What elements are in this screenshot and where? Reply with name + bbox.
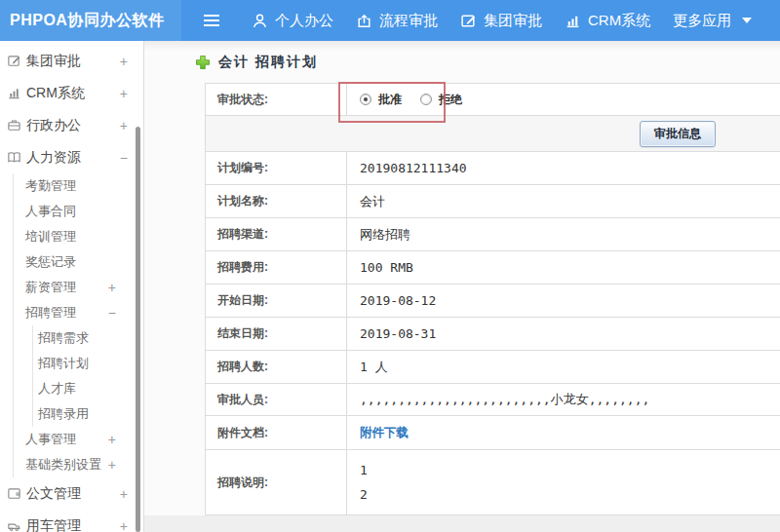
attachment-download-link[interactable]: 附件下载 (360, 425, 409, 441)
briefcase-icon (7, 118, 21, 133)
approval-info-button[interactable]: 审批信息 (640, 121, 716, 147)
expand-plus-icon[interactable]: + (120, 86, 128, 101)
nav-personal-office[interactable]: 个人办公 (252, 12, 333, 30)
field-label: 招聘费用: (206, 251, 347, 284)
recruit-submenu: 招聘需求 招聘计划 人才库 招聘录用 (32, 325, 143, 427)
sidebar-menu: 集团审批 + CRM系统 + 行政办公 + 人力资源 − 考 (0, 41, 144, 532)
sidebar-item-salary[interactable]: 薪资管理 + (14, 275, 143, 300)
approval-form-table: 审批状态: 批准 拒绝 审批信息 计划编号: 20190812111340 计划… (205, 83, 780, 515)
top-navigation-bar: PHPOA协同办公软件 个人办公 流程审批 集团审批 (0, 0, 780, 41)
radio-approve-label: 批准 (378, 92, 402, 108)
nav-crm-system[interactable]: CRM系统 (565, 12, 650, 30)
nav-process-approval[interactable]: 流程审批 (356, 12, 438, 30)
field-value: ,,,,,,,,,,,,,,,,,,,,,,,,,小龙女,,,,,,,, (347, 384, 780, 415)
person-icon (252, 13, 268, 29)
sidebar-item-personnel-mgmt[interactable]: 人事管理 + (14, 427, 143, 452)
sidebar-item-admin-office[interactable]: 行政办公 + (0, 109, 143, 141)
nav-more-apps[interactable]: 更多应用 (673, 12, 752, 30)
form-row-start-date: 开始日期: 2019-08-12 (206, 285, 780, 318)
add-plus-icon[interactable] (195, 55, 211, 70)
expand-plus-icon[interactable]: + (120, 118, 128, 133)
edit-icon (460, 13, 477, 29)
radio-reject[interactable] (420, 94, 432, 105)
field-label: 招聘渠道: (206, 218, 347, 250)
hr-submenu: 考勤管理 人事合同 培训管理 奖惩记录 薪资管理 + 招聘管理 − (13, 173, 143, 477)
nav-label: 更多应用 (673, 12, 731, 30)
nav-label: 流程审批 (379, 12, 438, 30)
field-value: 20190812111340 (347, 152, 780, 184)
content-footer-area (144, 515, 780, 532)
collapse-minus-icon[interactable]: − (120, 150, 128, 166)
menu-toggle-button[interactable] (195, 8, 228, 33)
form-row-plan-name: 计划名称: 会计 (206, 185, 780, 218)
field-value: 2019-08-31 (347, 318, 780, 350)
sidebar-item-label: 用车管理 (26, 517, 81, 532)
radio-approve[interactable] (360, 94, 371, 105)
field-label: 计划名称: (206, 185, 347, 217)
sidebar-item-recruit-demand[interactable]: 招聘需求 (33, 325, 143, 351)
main-content: 会计 招聘计划 审批状态: 批准 拒绝 审批信息 计划编号: 201908121… (144, 41, 780, 532)
sidebar-item-label: 招聘计划 (38, 355, 89, 372)
expand-plus-icon[interactable]: + (120, 486, 128, 502)
top-nav-menu: 个人办公 流程审批 集团审批 CRM系统 更 (252, 12, 774, 30)
bar-chart-icon (7, 86, 21, 100)
field-label: 审批人员: (206, 384, 347, 415)
sidebar-item-label: 行政办公 (26, 117, 81, 134)
sidebar-item-label: 招聘管理 (25, 304, 76, 322)
sidebar-item-label: 人事合同 (25, 203, 76, 220)
car-icon (7, 518, 21, 532)
sidebar-item-group-approval[interactable]: 集团审批 + (0, 45, 143, 77)
sidebar-item-hr-contract[interactable]: 人事合同 (14, 199, 143, 224)
nav-label: 集团审批 (484, 12, 542, 30)
field-label: 招聘人数: (206, 351, 347, 383)
form-row-end-date: 结束日期: 2019-08-31 (206, 318, 780, 351)
sidebar-item-rewards[interactable]: 奖惩记录 (14, 249, 143, 275)
sidebar-item-label: 薪资管理 (25, 279, 76, 296)
sidebar-scrollbar[interactable] (136, 127, 140, 532)
app-logo: PHPOA协同办公软件 (0, 11, 181, 31)
sidebar-item-documents[interactable]: 公文管理 + (0, 477, 143, 510)
sidebar-item-attendance[interactable]: 考勤管理 (14, 173, 143, 199)
sidebar-item-label: 招聘需求 (38, 329, 89, 347)
field-value: 附件下载 (347, 416, 780, 449)
field-value: 1 人 (347, 351, 780, 383)
form-row-status: 审批状态: 批准 拒绝 (206, 84, 780, 116)
document-icon (7, 486, 21, 501)
sidebar-item-label: 人事管理 (25, 431, 76, 448)
form-row-approvers: 审批人员: ,,,,,,,,,,,,,,,,,,,,,,,,,小龙女,,,,,,… (206, 384, 780, 416)
field-label: 附件文档: (206, 416, 347, 449)
sidebar-item-label: 人力资源 (26, 149, 81, 167)
expand-plus-icon[interactable]: + (108, 432, 116, 447)
sidebar-item-hr[interactable]: 人力资源 − (0, 141, 143, 173)
nav-label: CRM系统 (588, 12, 650, 30)
expand-plus-icon[interactable]: + (120, 54, 128, 69)
field-value: 1 2 (347, 450, 780, 514)
field-label: 审批状态: (206, 84, 347, 115)
nav-group-approval[interactable]: 集团审批 (460, 12, 542, 30)
radio-reject-label: 拒绝 (439, 92, 462, 108)
sidebar-item-talent-pool[interactable]: 人才库 (33, 376, 143, 401)
field-value: 100 RMB (347, 251, 780, 284)
sidebar-item-label: 奖惩记录 (25, 253, 76, 271)
collapse-minus-icon[interactable]: − (108, 305, 116, 321)
sidebar-item-recruit-hire[interactable]: 招聘录用 (33, 401, 143, 427)
sidebar-item-recruit-plan[interactable]: 招聘计划 (33, 351, 143, 376)
form-row-channel: 招聘渠道: 网络招聘 (206, 218, 780, 251)
sidebar-item-crm[interactable]: CRM系统 + (0, 77, 143, 109)
sidebar-item-base-category[interactable]: 基础类别设置 + (14, 452, 143, 477)
sidebar-item-training[interactable]: 培训管理 (14, 224, 143, 249)
expand-plus-icon[interactable]: + (108, 280, 116, 295)
field-value: 会计 (347, 185, 780, 217)
expand-plus-icon[interactable]: + (108, 457, 116, 473)
edit-icon (7, 54, 21, 68)
sidebar-item-label: 基础类别设置 (25, 456, 101, 474)
sidebar-item-vehicles[interactable]: 用车管理 + (0, 510, 143, 532)
expand-plus-icon[interactable]: + (120, 518, 128, 532)
hamburger-icon (203, 14, 220, 27)
form-row-headcount: 招聘人数: 1 人 (206, 351, 780, 384)
field-value: 网络招聘 (347, 218, 780, 250)
sidebar-item-recruit-mgmt[interactable]: 招聘管理 − (14, 300, 143, 325)
page-header: 会计 招聘计划 (144, 41, 780, 83)
status-radio-group: 批准 拒绝 (347, 84, 780, 115)
sidebar-item-label: 公文管理 (26, 485, 81, 503)
